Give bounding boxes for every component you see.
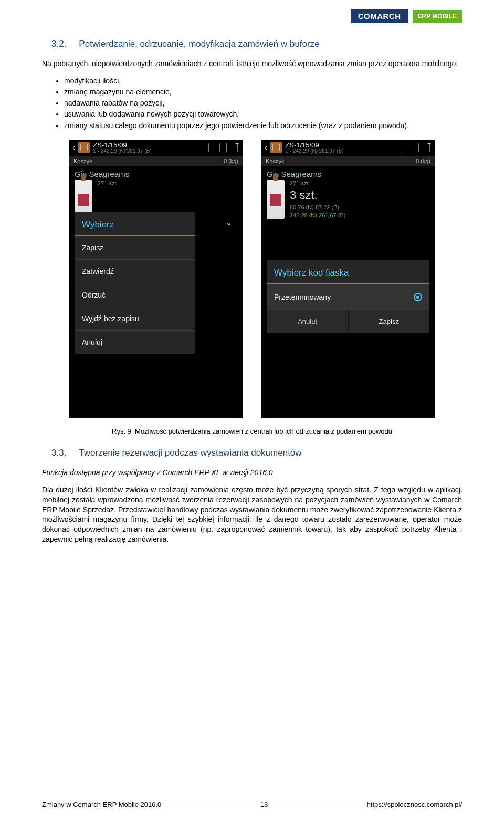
doc-number: ZS-1/15/09 xyxy=(93,142,204,149)
doc-subtotal: 1 - 242,29 (N) 261,67 (B) xyxy=(285,149,396,154)
basket-row: Koszyk 0 (kg) xyxy=(261,156,435,166)
basket-row: Koszyk 0 (kg) xyxy=(69,156,243,166)
back-icon[interactable]: ‹ xyxy=(72,143,75,152)
dialog-option-confirm[interactable]: Zatwierdź xyxy=(75,260,195,283)
product-name: Gin Seagreams xyxy=(75,170,237,178)
option-label: Przeterminowany xyxy=(274,293,331,301)
product-row[interactable]: Gin Seagreams 271 szt. 3 szt. 80,76 (N) … xyxy=(261,166,435,223)
section-3-2-bullets: modyfikacji ilości, zmianę magazynu na e… xyxy=(42,76,462,130)
section-3-3-note: Funkcja dostępna przy współpracy z Comar… xyxy=(42,468,462,478)
section-title: Tworzenie rezerwacji podczas wystawiania… xyxy=(79,448,301,458)
doc-number: ZS-1/15/09 xyxy=(285,142,396,149)
basket-label: Koszyk xyxy=(266,158,284,164)
dialog-cancel-button[interactable]: Anuluj xyxy=(267,310,349,333)
product-info: 271 szt. 3 szt. 80,76 (N) 87,22 (B) 242,… xyxy=(290,180,345,220)
bullet-item: zmiany statusu całego dokumentu poprzez … xyxy=(64,121,462,130)
bullet-item: usuwania lub dodawania nowych pozycji to… xyxy=(64,109,462,119)
radio-selected-icon xyxy=(414,293,422,301)
screenshot-right: ‹ ZS-1/15/09 1 - 242,29 (N) 261,67 (B) K… xyxy=(261,140,435,418)
section-number: 3.3. xyxy=(51,448,66,458)
document-icon xyxy=(78,142,90,153)
section-3-2-intro: Na pobranych, niepotwierdzonych zamówien… xyxy=(42,59,462,69)
screenshot-row: ‹ ZS-1/15/09 1 - 242,29 (N) 261,67 (B) K… xyxy=(42,140,462,418)
product-badge: ERP MOBILE xyxy=(413,10,462,23)
app-titlebar: ‹ ZS-1/15/09 1 - 242,29 (N) 261,67 (B) xyxy=(261,140,435,156)
bullet-item: nadawania rabatów na pozycji, xyxy=(64,98,462,108)
gallery-icon[interactable] xyxy=(401,143,412,152)
dialog-option-save[interactable]: Zapisz xyxy=(75,236,195,260)
section-number: 3.2. xyxy=(51,39,66,49)
gallery-icon[interactable] xyxy=(208,143,220,152)
failure-option-expired[interactable]: Przeterminowany xyxy=(267,284,429,310)
titlebar-text: ZS-1/15/09 1 - 242,29 (N) 261,67 (B) xyxy=(285,142,396,154)
add-image-icon[interactable] xyxy=(418,143,430,152)
section-3-3-heading: 3.3.Tworzenie rezerwacji podczas wystawi… xyxy=(51,448,462,458)
chevron-down-icon[interactable]: ⌄ xyxy=(225,217,232,227)
footer-left: Zmiany w Comarch ERP Mobile 2016.0 xyxy=(42,800,161,808)
dialog-save-button[interactable]: Zapisz xyxy=(349,310,430,333)
product-stock: 271 szt. xyxy=(290,180,345,187)
dialog-option-reject[interactable]: Odrzuć xyxy=(75,283,195,307)
basket-label: Koszyk xyxy=(74,158,92,164)
choose-failure-code-dialog: Wybierz kod fiaska Przeterminowany Anulu… xyxy=(267,260,429,333)
section-3-2-heading: 3.2.Potwierdzanie, odrzucanie, modyfikac… xyxy=(51,39,462,49)
footer-page: 13 xyxy=(260,800,268,808)
back-icon[interactable]: ‹ xyxy=(265,143,267,152)
dialog-option-exit[interactable]: Wyjdź bez zapisu xyxy=(75,307,195,331)
product-price-unit: 80,76 (N) 87,22 (B) xyxy=(290,204,345,212)
brand-header: COMARCH ERP MOBILE xyxy=(351,9,462,23)
dialog-title: Wybierz kod fiaska xyxy=(267,260,429,284)
bullet-item: zmianę magazynu na elemencie, xyxy=(64,87,462,97)
dialog-option-cancel[interactable]: Anuluj xyxy=(75,331,195,354)
brand-logo: COMARCH xyxy=(351,9,408,23)
basket-value: 0 (kg) xyxy=(224,158,238,164)
titlebar-text: ZS-1/15/09 1 - 242,29 (N) 261,67 (B) xyxy=(93,142,204,154)
bullet-item: modyfikacji ilości, xyxy=(64,76,462,86)
section-title: Potwierdzanie, odrzucanie, modyfikacja z… xyxy=(79,39,319,49)
document-icon xyxy=(270,142,282,153)
add-image-icon[interactable] xyxy=(226,143,238,152)
screenshot-left: ‹ ZS-1/15/09 1 - 242,29 (N) 261,67 (B) K… xyxy=(69,140,243,418)
choose-action-dialog: Wybierz Zapisz Zatwierdź Odrzuć Wyjdź be… xyxy=(75,212,195,354)
figure-caption: Rys. 9. Możliwość potwierdzania zamówień… xyxy=(42,427,462,435)
doc-subtotal: 1 - 242,29 (N) 261,67 (B) xyxy=(93,149,204,154)
product-quantity: 3 szt. xyxy=(290,187,345,204)
section-3-3-body: Dla dużej ilości Klientów zwłoka w reali… xyxy=(42,485,462,544)
product-thumbnail xyxy=(267,180,285,219)
product-name: Gin Seagreams xyxy=(267,170,429,178)
page-footer: Zmiany w Comarch ERP Mobile 2016.0 13 ht… xyxy=(42,798,462,808)
product-price-total: 242,29 (N) 261,67 (B) xyxy=(290,212,345,219)
dialog-title: Wybierz xyxy=(75,212,195,236)
basket-value: 0 (kg) xyxy=(416,158,430,164)
app-titlebar: ‹ ZS-1/15/09 1 - 242,29 (N) 261,67 (B) xyxy=(69,140,243,156)
footer-right: https://spolecznosc.comarch.pl/ xyxy=(367,800,462,808)
